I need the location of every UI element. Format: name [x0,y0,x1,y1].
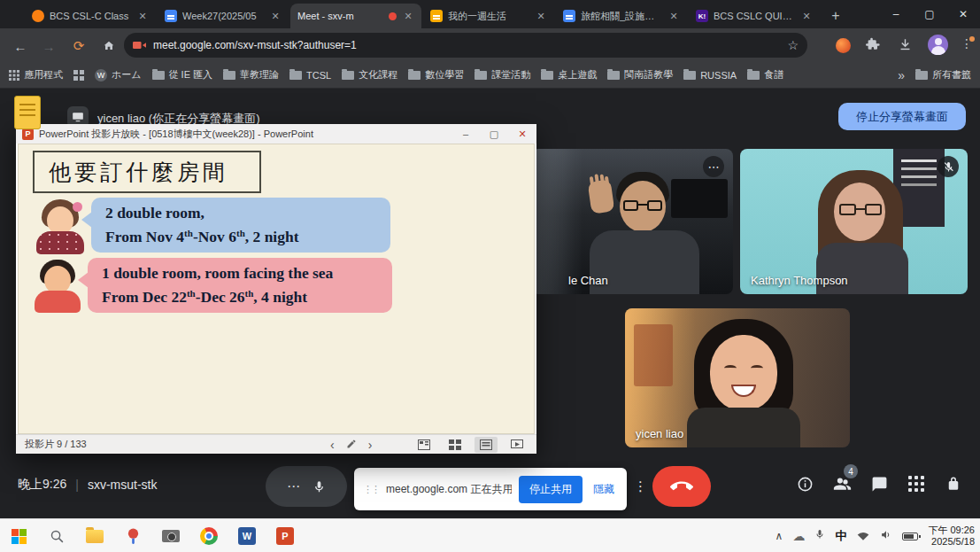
bookmark-folder-culture[interactable]: 文化課程 [342,68,397,82]
bookmark-star-icon[interactable]: ☆ [787,38,799,52]
participant-glasses [839,204,882,215]
taskbar-search-button[interactable] [45,525,68,548]
activities-button[interactable] [900,466,932,501]
powerpoint-taskbar-button[interactable]: P [274,525,297,548]
bookmark-folder-tcsl[interactable]: TCSL [289,70,331,81]
slideshow-view-button[interactable] [505,437,529,453]
bookmark-folder-minnan[interactable]: 閩南語教學 [607,68,673,82]
apps-grid-icon [9,70,19,81]
mic-icon[interactable] [313,480,326,494]
bookmark-folder-theory[interactable]: 華教理論 [223,68,279,82]
tab-bcs-class[interactable]: BCS CSL-C Class ✕ [25,4,156,28]
tab-close-icon[interactable]: ✕ [667,11,680,22]
profile-avatar[interactable] [928,35,948,55]
extensions-puzzle-icon[interactable] [866,37,881,56]
folder-icon [342,71,354,80]
tab-kahoot-quiz[interactable]: K! BCS CSLC QUIZ 1 ✕ [689,4,820,28]
bookmark-folder-class-activity[interactable]: 課堂活動 [475,68,530,82]
ppt-minimize-button[interactable]: – [451,124,480,144]
new-tab-button[interactable]: + [825,5,846,27]
all-bookmarks-folder[interactable]: 所有書籤 [915,68,971,82]
ime-indicator[interactable]: 中 [835,528,846,544]
window-minimize-button[interactable]: – [879,0,913,28]
browser-menu-icon[interactable]: ⋮ [960,36,974,54]
chat-button[interactable] [863,466,895,501]
tab-weekly-life[interactable]: 我的一週生活 ✕ [423,4,554,28]
tab-close-icon[interactable]: ✕ [136,11,149,22]
tab-title: BCS CSL-C Class [50,11,131,21]
drag-handle-icon[interactable]: ⋮⋮ [363,484,379,495]
more-options-icon[interactable]: ⋯ [287,478,300,494]
bookmark-home[interactable]: W ホーム [95,68,142,82]
stop-sharing-button[interactable]: 停止共用 [519,476,583,503]
bookmark-folder-recipes[interactable]: 食譜 [747,68,783,82]
tab-title: Meet - sxv-m [297,11,383,21]
window-controls: – ▢ ✕ [879,0,980,28]
window-close-button[interactable]: ✕ [946,0,980,28]
participant-video-chan[interactable]: ⋯ le Chan [531,149,733,294]
volume-icon[interactable] [880,528,892,544]
word-taskbar-button[interactable]: W [235,525,259,548]
tray-mic-icon[interactable] [814,528,825,544]
extension-icon-ball[interactable] [836,38,851,53]
background-shelf [634,324,673,386]
mic-control-pill[interactable]: ⋯ [266,466,347,507]
onedrive-cloud-icon[interactable]: ☁ [792,529,805,543]
bookmark-folder-boardgame[interactable]: 桌上遊戲 [541,68,597,82]
reload-button[interactable]: ⟳ [69,36,89,56]
ppt-close-button[interactable]: ✕ [508,124,536,144]
tab-favicon [563,10,575,22]
chrome-taskbar-button[interactable] [197,525,220,548]
tab-week27[interactable]: Week27(2025/05 ✕ [158,4,289,28]
tab-close-icon[interactable]: ✕ [269,11,282,22]
window-maximize-button[interactable]: ▢ [913,0,946,28]
forward-button[interactable]: → [39,36,58,56]
participants-button[interactable]: 4 [826,466,858,501]
back-button[interactable]: ← [11,36,30,56]
pinned-app-button[interactable] [121,525,144,548]
bookmark-folder-ie-import[interactable]: 從 IE 匯入 [152,68,213,82]
bookmark-folder-russia[interactable]: RUSSIA [683,70,737,81]
previous-slide-button[interactable]: ‹ [330,438,335,452]
ppt-maximize-button[interactable]: ▢ [480,124,508,144]
battery-icon[interactable] [902,533,918,540]
participant-name-label: Kathryn Thompson [751,274,848,287]
powerpoint-titlebar[interactable]: P PowerPoint 投影片放映 - [0518博樓中文(week28)] … [16,124,536,144]
hide-popup-button[interactable]: 隱藏 [590,482,618,497]
apps-shortcut[interactable]: 應用程式 [9,68,63,82]
participant-video-yicen[interactable]: yicen liao [625,308,850,447]
leave-call-button[interactable] [652,466,711,507]
slide-canvas[interactable]: 他要訂什麼房間 2 double room, From Nov 4th-Nov … [18,144,535,434]
downloads-icon[interactable] [898,37,913,56]
reading-view-button[interactable] [475,437,498,453]
bubble-line1: 1 double room, room facing the sea [102,261,392,285]
pen-tool-button[interactable] [346,438,357,452]
tile-options-icon[interactable]: ⋯ [703,156,724,177]
tab-close-icon[interactable]: ✕ [535,11,547,22]
bookmark-label: 桌上遊戲 [558,68,597,82]
grid-bookmark-icon[interactable] [73,70,84,81]
meeting-code: sxv-msut-stk [88,478,158,492]
bookmarks-overflow-chevron[interactable]: » [898,68,905,82]
more-controls-icon[interactable]: ⋮ [634,478,647,494]
participant-video-kathryn[interactable]: Kathryn Thompson [740,149,968,294]
slide-sorter-view-button[interactable] [444,437,467,453]
tab-close-icon[interactable]: ✕ [402,11,414,22]
tray-expand-icon[interactable]: ∧ [776,530,783,542]
tab-meet-active[interactable]: Meet - sxv-m ✕ [290,4,421,28]
stop-presenting-button[interactable]: 停止分享螢幕畫面 [838,103,966,130]
bookmark-folder-digital[interactable]: 數位學習 [408,68,464,82]
normal-view-button[interactable] [413,437,436,453]
tab-close-icon[interactable]: ✕ [800,11,813,22]
host-controls-button[interactable] [938,466,969,501]
camera-app-button[interactable] [159,525,182,548]
wifi-icon[interactable] [856,528,870,544]
next-slide-button[interactable]: › [368,438,373,452]
start-button[interactable] [7,525,30,548]
home-button[interactable] [99,36,119,56]
tab-hotel-doc[interactable]: 旅館相關_設施和作 ✕ [556,4,687,28]
file-explorer-button[interactable] [83,525,106,548]
meeting-details-button[interactable] [789,466,821,501]
taskbar-clock[interactable]: 下午 09:26 2025/5/18 [928,525,975,548]
address-bar[interactable]: meet.google.com/sxv-msut-stk?authuser=1 … [124,33,807,58]
